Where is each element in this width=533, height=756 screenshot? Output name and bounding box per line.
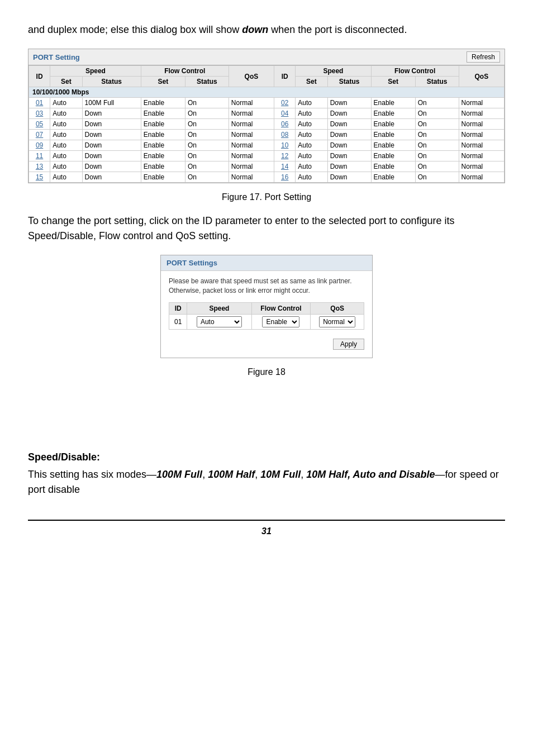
ps-col-id: ID <box>169 302 187 314</box>
table-cell: 100M Full <box>82 98 141 108</box>
port-id-link[interactable]: 02 <box>281 99 288 107</box>
table-cell: Enable <box>371 108 415 119</box>
qos-select[interactable]: NormalHigh <box>319 316 355 327</box>
table-cell: Down <box>327 161 371 172</box>
table-cell: Enable <box>141 151 185 161</box>
table-cell: Normal <box>229 98 274 108</box>
table-cell: Enable <box>371 151 415 161</box>
bottom-paragraph: This setting has six modes—100M Full, 10… <box>28 467 505 497</box>
table-cell: On <box>185 151 229 161</box>
col-fc-left: Flow Control <box>141 66 229 77</box>
col-id-right: ID <box>274 66 296 87</box>
bottom-sep1: , <box>202 469 208 480</box>
port-setting-header: PORT Setting Refresh <box>28 49 505 65</box>
speed-select[interactable]: Auto10M Half10M Full100M Half100M FullDi… <box>197 316 242 327</box>
port-id-link[interactable]: 11 <box>36 152 43 160</box>
bottom-bold1: 100M Full <box>156 469 202 480</box>
port-id-link[interactable]: 15 <box>36 173 43 181</box>
table-cell: Auto <box>296 130 327 140</box>
table-cell: Normal <box>229 161 274 172</box>
port-id-link[interactable]: 04 <box>281 110 288 117</box>
table-cell: On <box>415 108 459 119</box>
ps-col-flow-control: Flow Control <box>251 302 311 314</box>
port-setting-container: PORT Setting Refresh ID Speed Flow Contr… <box>28 49 505 183</box>
table-cell: Down <box>82 108 141 119</box>
bottom-text-before: This setting has six modes— <box>28 469 156 480</box>
intro-text-after: when the port is disconnected. <box>268 24 407 35</box>
port-id-link[interactable]: 14 <box>281 163 288 170</box>
col-speed-right: Speed <box>296 66 371 77</box>
table-row: 03AutoDownEnableOnNormal04AutoDownEnable… <box>29 108 505 119</box>
ps-qos-cell: NormalHigh <box>311 314 364 329</box>
table-cell: Down <box>327 130 371 140</box>
port-id-link[interactable]: 10 <box>281 141 288 149</box>
intro-text-before: and duplex mode; else this dialog box wi… <box>28 24 242 35</box>
table-cell: Normal <box>229 140 274 151</box>
table-cell: On <box>185 108 229 119</box>
table-cell: On <box>415 151 459 161</box>
table-cell: Enable <box>371 172 415 183</box>
table-cell: Down <box>82 140 141 151</box>
table-cell: On <box>185 98 229 108</box>
flow-control-select[interactable]: EnableDisable <box>262 316 299 327</box>
table-cell: Auto <box>50 98 82 108</box>
port-id-link[interactable]: 03 <box>36 110 43 117</box>
col-fc-status-left: Status <box>185 77 229 87</box>
port-settings-warning: Please be aware that speed must set as s… <box>169 277 364 296</box>
port-id-link[interactable]: 06 <box>281 120 288 128</box>
port-id-link[interactable]: 12 <box>281 152 288 160</box>
port-settings-dialog-body: Please be aware that speed must set as s… <box>161 271 372 358</box>
port-id-link[interactable]: 09 <box>36 141 43 149</box>
apply-button[interactable]: Apply <box>333 339 364 350</box>
table-cell: Enable <box>141 108 185 119</box>
port-settings-config-table: ID Speed Flow Control QoS 01 Auto10M Hal… <box>169 302 364 330</box>
table-cell: Normal <box>229 119 274 130</box>
table-cell: On <box>415 130 459 140</box>
bottom-heading: Speed/Disable: <box>28 450 505 465</box>
table-cell: Enable <box>371 140 415 151</box>
table-cell: Enable <box>371 119 415 130</box>
group-header-row: 10/100/1000 Mbps <box>29 87 505 98</box>
apply-row: Apply <box>169 336 364 352</box>
table-cell: Enable <box>141 172 185 183</box>
table-cell: Normal <box>459 119 504 130</box>
table-row: 11AutoDownEnableOnNormal12AutoDownEnable… <box>29 151 505 161</box>
bottom-sep2: , <box>255 469 260 480</box>
port-id-link[interactable]: 07 <box>36 131 43 139</box>
table-cell: Auto <box>296 98 327 108</box>
col-fc-set-left: Set <box>141 77 185 87</box>
table-cell: Auto <box>50 151 82 161</box>
refresh-button[interactable]: Refresh <box>467 51 500 63</box>
table-cell: Down <box>327 98 371 108</box>
table-cell: Down <box>327 108 371 119</box>
port-id-link[interactable]: 05 <box>36 120 43 128</box>
table-cell: Down <box>82 119 141 130</box>
col-fc-right: Flow Control <box>371 66 459 77</box>
table-cell: Normal <box>459 130 504 140</box>
table-cell: Auto <box>50 108 82 119</box>
table-cell: Normal <box>459 172 504 183</box>
table-cell: On <box>415 172 459 183</box>
table-cell: Auto <box>50 119 82 130</box>
table-cell: Normal <box>229 130 274 140</box>
port-id-link[interactable]: 13 <box>36 163 43 170</box>
port-id-link[interactable]: 16 <box>281 173 288 181</box>
bottom-bold3: 10M Full <box>260 469 301 480</box>
col-speed-left: Speed <box>50 66 141 77</box>
table-cell: Enable <box>141 98 185 108</box>
group-label: 10/100/1000 Mbps <box>29 87 505 98</box>
port-id-link[interactable]: 08 <box>281 131 288 139</box>
table-cell: Normal <box>459 161 504 172</box>
table-cell: Normal <box>229 172 274 183</box>
bottom-sep3: , <box>301 469 306 480</box>
col-qos-left: QoS <box>229 66 274 87</box>
table-cell: On <box>185 130 229 140</box>
table-cell: Down <box>327 151 371 161</box>
bottom-bold4: 10M Half, Auto and Disable <box>306 469 435 480</box>
port-settings-dialog-title: PORT Settings <box>166 259 217 267</box>
table-row: 05AutoDownEnableOnNormal06AutoDownEnable… <box>29 119 505 130</box>
port-id-link[interactable]: 01 <box>36 99 43 107</box>
table-row: 09AutoDownEnableOnNormal10AutoDownEnable… <box>29 140 505 151</box>
table-cell: Normal <box>459 151 504 161</box>
table-cell: Auto <box>50 130 82 140</box>
